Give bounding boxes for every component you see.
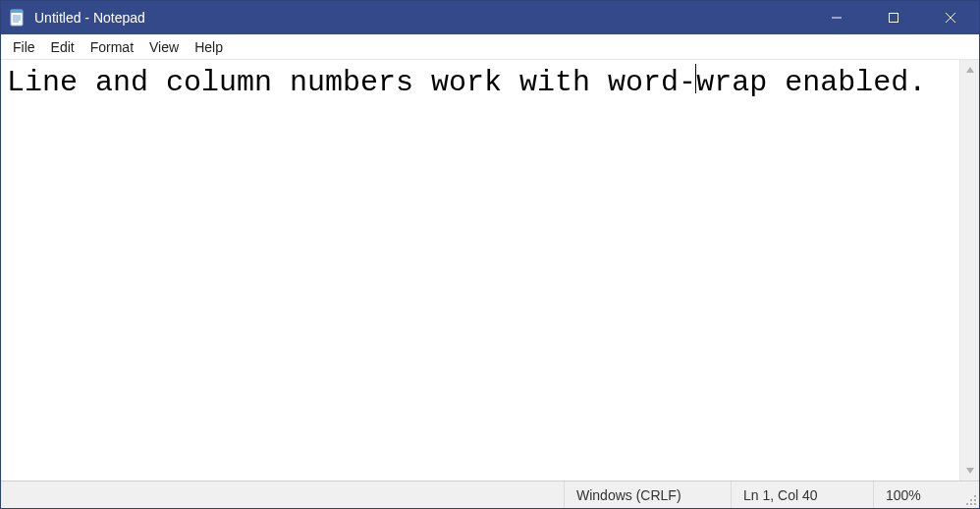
svg-point-14 — [970, 503, 972, 505]
menu-view[interactable]: View — [141, 37, 187, 57]
scroll-down-icon[interactable] — [960, 461, 979, 481]
window-controls — [808, 1, 979, 34]
editor-area: Line and column numbers work with word-w… — [1, 60, 979, 481]
editor-text-before-caret: Line and column numbers work with word- — [7, 66, 696, 99]
svg-point-12 — [974, 503, 976, 505]
status-encoding: Windows (CRLF) — [564, 481, 731, 508]
svg-marker-10 — [966, 67, 974, 73]
scroll-up-icon[interactable] — [960, 60, 979, 80]
editor-text-after-caret: wrap enabled. — [696, 66, 926, 99]
svg-point-17 — [966, 503, 968, 505]
minimize-button[interactable] — [808, 1, 865, 34]
resize-grip-icon[interactable] — [961, 481, 979, 508]
status-position: Ln 1, Col 40 — [731, 481, 873, 508]
menu-help[interactable]: Help — [187, 37, 231, 57]
svg-point-15 — [974, 495, 976, 497]
svg-point-16 — [970, 499, 972, 501]
close-button[interactable] — [922, 1, 979, 34]
svg-rect-1 — [11, 10, 23, 13]
svg-marker-11 — [966, 468, 974, 474]
maximize-button[interactable] — [865, 1, 922, 34]
svg-point-13 — [974, 499, 976, 501]
menu-bar: File Edit Format View Help — [1, 34, 979, 60]
notepad-icon — [9, 9, 27, 27]
status-bar: Windows (CRLF) Ln 1, Col 40 100% — [1, 481, 979, 508]
menu-file[interactable]: File — [5, 37, 43, 57]
window-title: Untitled - Notepad — [34, 10, 808, 26]
title-bar[interactable]: Untitled - Notepad — [1, 1, 979, 34]
svg-rect-7 — [890, 14, 898, 23]
menu-format[interactable]: Format — [82, 37, 141, 57]
status-zoom: 100% — [873, 481, 961, 508]
text-editor[interactable]: Line and column numbers work with word-w… — [1, 60, 959, 481]
menu-edit[interactable]: Edit — [43, 37, 82, 57]
vertical-scrollbar[interactable] — [959, 60, 979, 481]
